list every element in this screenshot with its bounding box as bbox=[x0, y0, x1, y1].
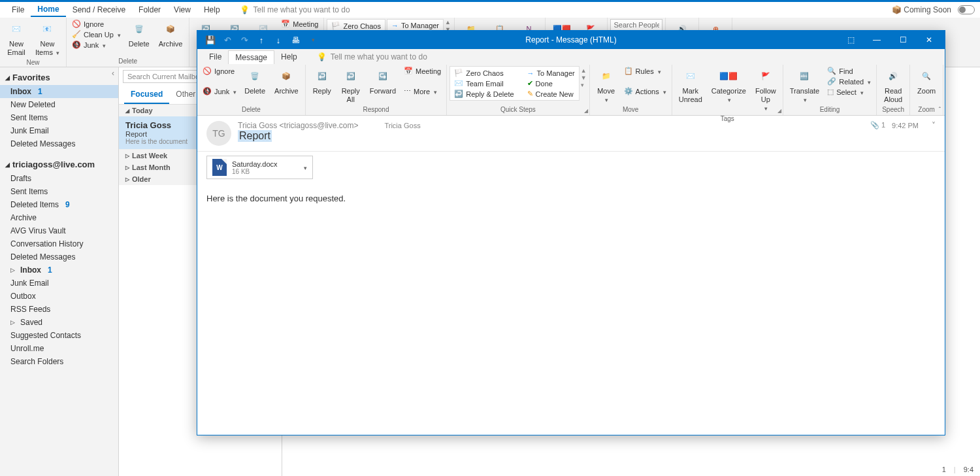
popup-more-button[interactable]: ⋯More bbox=[401, 86, 444, 96]
folder-archive[interactable]: Archive bbox=[0, 211, 118, 224]
tell-me-search[interactable]: 💡 Tell me what you want to do bbox=[240, 5, 350, 14]
folder-new-deleted[interactable]: New Deleted bbox=[0, 98, 118, 111]
close-button[interactable]: ✕ bbox=[916, 31, 942, 49]
folder-saved[interactable]: ▷Saved bbox=[0, 316, 118, 329]
folder-inbox-2[interactable]: ▷Inbox1 bbox=[0, 264, 118, 277]
qs-create-new[interactable]: ✎Create New bbox=[525, 89, 578, 99]
folder-sent-items-2[interactable]: Sent Items bbox=[0, 185, 118, 198]
delete-button[interactable]: 🗑️ Delete bbox=[125, 19, 154, 50]
popup-tab-help[interactable]: Help bbox=[274, 50, 304, 63]
menu-file[interactable]: File bbox=[5, 3, 31, 16]
qat-customize-button[interactable] bbox=[306, 33, 319, 46]
popup-actions-button[interactable]: ⚙️Actions bbox=[621, 86, 669, 96]
popup-move-button[interactable]: 📁Move bbox=[593, 66, 620, 105]
qs-scroll-down[interactable]: ▼ bbox=[581, 75, 587, 81]
menu-view[interactable]: View bbox=[167, 3, 197, 16]
popup-zoom-button[interactable]: 🔍Zoom bbox=[913, 66, 940, 97]
qat-undo-button[interactable]: ↶ bbox=[221, 33, 234, 46]
folder-junk-email[interactable]: Junk Email bbox=[0, 124, 118, 137]
popup-forward-button[interactable]: ↪️Forward bbox=[366, 66, 400, 97]
junk-button[interactable]: 🚯Junk bbox=[69, 40, 123, 50]
qat-redo-button[interactable]: ↷ bbox=[238, 33, 251, 46]
meeting-button[interactable]: 📅Meeting bbox=[278, 19, 321, 29]
folder-deleted-messages[interactable]: Deleted Messages bbox=[0, 137, 118, 150]
ignore-button[interactable]: 🚫Ignore bbox=[69, 19, 123, 29]
popup-related-button[interactable]: 🔗Related bbox=[825, 76, 874, 86]
account-header[interactable]: ◢triciagoss@live.com bbox=[0, 157, 118, 172]
popup-delete-group-label: Delete bbox=[200, 105, 302, 114]
popup-reply-all-button[interactable]: ↩️Reply All bbox=[337, 66, 365, 105]
popup-junk-button[interactable]: 🚯Junk bbox=[200, 86, 239, 96]
qs-to-manager[interactable]: →To Manager bbox=[525, 68, 578, 78]
collapse-ribbon-button[interactable]: ˆ bbox=[939, 107, 941, 114]
popup-find-button[interactable]: 🔍Find bbox=[825, 66, 874, 76]
folder-avg[interactable]: AVG Virus Vault bbox=[0, 224, 118, 237]
popup-ignore-button[interactable]: 🚫Ignore bbox=[200, 66, 239, 76]
quickstep-zero-chaos[interactable]: 🏳️Zero Chaos bbox=[329, 21, 383, 31]
folder-drafts[interactable]: Drafts bbox=[0, 172, 118, 185]
qs-reply-delete[interactable]: ↩️Reply & Delete bbox=[451, 89, 516, 99]
quicksteps-launcher[interactable]: ◢ bbox=[584, 108, 588, 114]
folder-inbox[interactable]: Inbox1 bbox=[0, 85, 118, 98]
quickstep-up-arrow[interactable]: ▲ bbox=[445, 19, 451, 26]
popup-translate-button[interactable]: 🔤Translate bbox=[786, 66, 823, 105]
folder-rss[interactable]: RSS Feeds bbox=[0, 303, 118, 316]
qat-save-button[interactable]: 💾 bbox=[204, 33, 217, 46]
menu-help[interactable]: Help bbox=[197, 3, 227, 16]
popup-read-aloud-button[interactable]: 🔊Read Aloud bbox=[879, 66, 907, 105]
reply-delete-icon: ↩️ bbox=[454, 90, 463, 98]
popup-rules-button[interactable]: 📋Rules bbox=[621, 66, 669, 76]
clean-up-button[interactable]: 🧹Clean Up bbox=[69, 29, 123, 39]
search-people-input[interactable] bbox=[610, 19, 662, 31]
popup-tell-me[interactable]: 💡 Tell me what you want to do bbox=[317, 52, 427, 61]
expand-header-button[interactable]: ˅ bbox=[932, 121, 936, 130]
tab-focused[interactable]: Focused bbox=[124, 86, 169, 104]
folder-sent-items[interactable]: Sent Items bbox=[0, 111, 118, 124]
popup-meeting-button[interactable]: 📅Meeting bbox=[401, 66, 444, 76]
folder-conversation-history[interactable]: Conversation History bbox=[0, 237, 118, 250]
menu-send-receive[interactable]: Send / Receive bbox=[66, 3, 132, 16]
related-icon: 🔗 bbox=[827, 77, 836, 86]
minimize-button[interactable]: — bbox=[864, 31, 890, 49]
new-items-button[interactable]: 📧 New Items bbox=[31, 19, 63, 58]
archive-button[interactable]: 📦 Archive bbox=[155, 19, 187, 50]
folder-unroll[interactable]: Unroll.me bbox=[0, 342, 118, 355]
popup-delete-button[interactable]: 🗑️Delete bbox=[240, 66, 269, 97]
popup-mark-unread-button[interactable]: ✉️Mark Unread bbox=[675, 66, 706, 105]
attachment-dropdown[interactable] bbox=[302, 163, 307, 172]
qs-expand[interactable]: ▾ bbox=[581, 82, 587, 88]
toggle-switch[interactable] bbox=[958, 5, 975, 14]
qat-print-button[interactable]: 🖶 bbox=[289, 33, 302, 46]
qs-team-email[interactable]: ✉️Team Email bbox=[451, 78, 516, 88]
favorites-header[interactable]: ◢Favorites bbox=[0, 70, 118, 85]
ribbon-display-button[interactable]: ⬚ bbox=[838, 31, 864, 49]
popup-tab-message[interactable]: Message bbox=[228, 50, 274, 64]
quickstep-to-manager[interactable]: →To Manager bbox=[389, 21, 442, 30]
popup-titlebar[interactable]: 💾 ↶ ↷ ↑ ↓ 🖶 Report - Message (HTML) ⬚ — … bbox=[197, 31, 945, 49]
folder-outbox[interactable]: Outbox bbox=[0, 290, 118, 303]
new-email-button[interactable]: ✉️ New Email bbox=[3, 19, 30, 58]
popup-select-button[interactable]: ⬚Select bbox=[825, 87, 874, 97]
folder-deleted-messages-2[interactable]: Deleted Messages bbox=[0, 250, 118, 264]
qs-scroll-up[interactable]: ▲ bbox=[581, 67, 587, 74]
popup-followup-button[interactable]: 🚩Follow Up bbox=[751, 66, 780, 114]
popup-categorize-button[interactable]: 🟦🟥Categorize bbox=[708, 66, 750, 105]
qs-zero-chaos[interactable]: 🏳️Zero Chaos bbox=[451, 68, 516, 78]
collapse-pane-button[interactable]: ‹ bbox=[112, 69, 114, 78]
folder-suggested[interactable]: Suggested Contacts bbox=[0, 329, 118, 342]
attachment-item[interactable]: W Saturday.docx 16 KB bbox=[206, 156, 313, 179]
status-count: 1 bbox=[942, 466, 946, 473]
menu-home[interactable]: Home bbox=[31, 3, 65, 17]
popup-archive-button[interactable]: 📦Archive bbox=[270, 66, 302, 97]
popup-tab-file[interactable]: File bbox=[203, 50, 228, 63]
qat-prev-button[interactable]: ↑ bbox=[255, 33, 268, 46]
qs-done[interactable]: ✔Done bbox=[525, 78, 578, 88]
maximize-button[interactable]: ☐ bbox=[890, 31, 916, 49]
popup-reply-button[interactable]: ↩️Reply bbox=[308, 66, 336, 97]
folder-deleted-items[interactable]: Deleted Items9 bbox=[0, 198, 118, 211]
folder-search-folders[interactable]: Search Folders bbox=[0, 355, 118, 368]
menu-folder[interactable]: Folder bbox=[132, 3, 167, 16]
qat-next-button[interactable]: ↓ bbox=[272, 33, 285, 46]
tags-launcher[interactable]: ◢ bbox=[777, 108, 781, 114]
folder-junk-email-2[interactable]: Junk Email bbox=[0, 277, 118, 290]
